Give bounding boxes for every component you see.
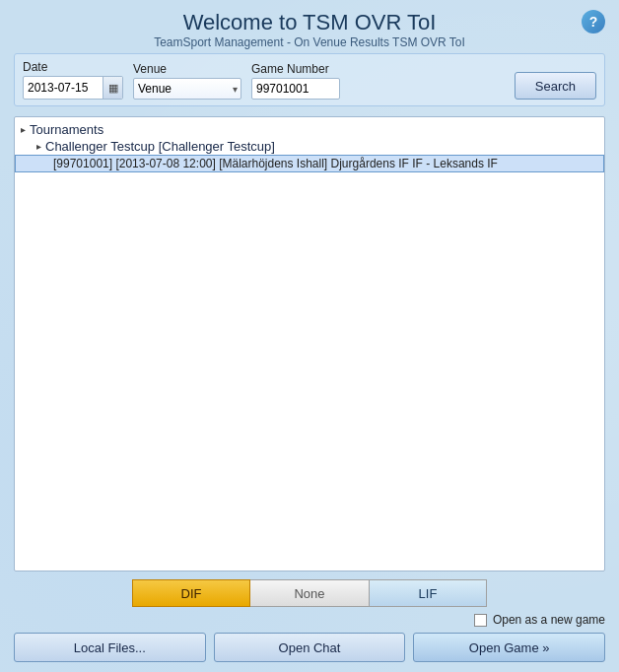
tree-item-tournaments[interactable]: ▸ Tournaments	[15, 121, 604, 138]
team-button-lif[interactable]: LIF	[369, 579, 487, 607]
venue-label: Venue	[133, 62, 241, 76]
venue-field-group: Venue Venue	[133, 62, 241, 100]
open-new-game-row: Open as a new game	[14, 613, 605, 627]
open-game-button[interactable]: Open Game »	[413, 633, 605, 662]
triangle-icon-tournaments: ▸	[21, 124, 26, 135]
calendar-button[interactable]: ▦	[103, 77, 122, 99]
search-button[interactable]: Search	[515, 72, 596, 100]
open-new-game-checkbox[interactable]	[474, 614, 487, 627]
triangle-icon-challenger: ▸	[36, 141, 41, 152]
footer-buttons: Local Files... Open Chat Open Game »	[14, 633, 605, 662]
app-subtitle: TeamSport Management - On Venue Results …	[14, 35, 605, 49]
game-number-label: Game Number	[251, 62, 340, 76]
date-label: Date	[23, 60, 123, 74]
tree-label-game: [99701001] [2013-07-08 12:00] [Mälarhöjd…	[53, 157, 498, 170]
tree-item-game[interactable]: [99701001] [2013-07-08 12:00] [Mälarhöjd…	[15, 155, 604, 172]
team-buttons: DIF None LIF	[14, 579, 605, 607]
results-area[interactable]: ▸ Tournaments ▸ Challenger Testcup [Chal…	[14, 116, 605, 571]
search-bar: Date ▦ Venue Venue Game Number Search	[14, 53, 605, 106]
venue-select[interactable]: Venue	[133, 78, 241, 100]
help-button[interactable]: ?	[582, 10, 605, 34]
open-new-game-label: Open as a new game	[493, 613, 605, 627]
team-button-dif[interactable]: DIF	[132, 579, 250, 607]
date-input-wrapper: ▦	[23, 76, 123, 100]
open-chat-button[interactable]: Open Chat	[214, 633, 406, 662]
date-field-group: Date ▦	[23, 60, 123, 100]
venue-wrapper: Venue	[133, 78, 241, 100]
main-container: Welcome to TSM OVR ToI TeamSport Managem…	[0, 0, 619, 672]
tree-label-challenger: Challenger Testcup [Challenger Testcup]	[45, 139, 275, 154]
bottom-section: DIF None LIF Open as a new game Local Fi…	[14, 579, 605, 662]
team-button-none[interactable]: None	[250, 579, 369, 607]
header: Welcome to TSM OVR ToI TeamSport Managem…	[14, 10, 605, 49]
tree-item-challenger[interactable]: ▸ Challenger Testcup [Challenger Testcup…	[15, 138, 604, 155]
local-files-button[interactable]: Local Files...	[14, 633, 206, 662]
app-title: Welcome to TSM OVR ToI	[14, 10, 605, 35]
game-number-field-group: Game Number	[251, 62, 340, 100]
tree-label-tournaments: Tournaments	[30, 122, 103, 137]
date-input[interactable]	[24, 79, 103, 97]
game-number-input[interactable]	[251, 78, 340, 100]
